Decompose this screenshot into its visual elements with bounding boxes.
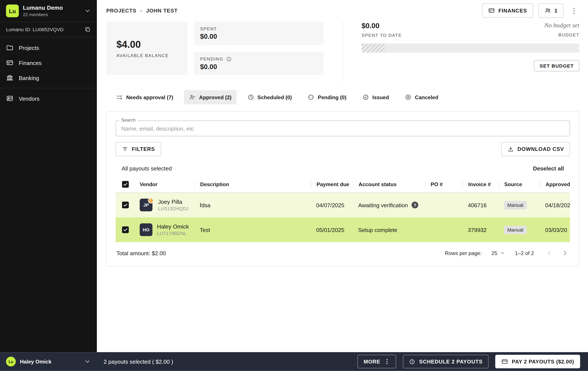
search-field-label: Search: [119, 117, 137, 123]
column-header-invoice[interactable]: Invoice #: [462, 181, 498, 187]
schedule-payouts-button[interactable]: SCHEDULE 2 PAYOUTS: [403, 355, 489, 368]
column-header-po[interactable]: PO #: [425, 181, 462, 187]
column-header-payment-due[interactable]: Payment due: [311, 181, 353, 187]
info-icon[interactable]: [226, 56, 231, 62]
lumanu-id: Lumanu ID: LU0652VQVD: [6, 27, 63, 32]
spent-card: SPENT $0.00: [194, 22, 324, 45]
chevron-left-icon: [545, 249, 553, 257]
spent-label: SPENT: [200, 26, 318, 31]
payouts-selected-text: 2 payouts selected ( $2.00 ): [104, 358, 173, 365]
column-header-approved[interactable]: Approved: [540, 181, 570, 187]
workspace-name: Lumanu Demo: [23, 5, 63, 11]
budget-progress-bar: [362, 43, 579, 52]
set-budget-button[interactable]: SET BUDGET: [534, 60, 579, 71]
table-row[interactable]: JP ! Joey Pilla LU5132HQDJ fdsa 04/07/20…: [116, 193, 570, 217]
topbar: PROJECTS › JOHN TEST FINANCES 1 ⋮: [97, 0, 588, 21]
cell-description: Test: [195, 227, 311, 233]
stats-section: $4.00 AVAILABLE BALANCE SPENT $0.00 PEND…: [97, 21, 588, 82]
cell-account-status: Setup complete: [358, 227, 397, 233]
clock-icon: [247, 94, 254, 101]
workspace-switcher[interactable]: Lu Lumanu Demo 22 members: [0, 0, 97, 22]
sidebar-nav: Projects Finances Banking Vendors: [0, 37, 97, 106]
cell-invoice: 379932: [462, 227, 498, 233]
download-csv-button[interactable]: DOWNLOAD CSV: [501, 142, 570, 156]
column-header-source[interactable]: Source: [499, 181, 540, 187]
row-checkbox[interactable]: [122, 202, 129, 208]
pending-label: PENDING: [200, 56, 223, 62]
overflow-menu-icon[interactable]: ⋮: [569, 7, 579, 14]
payout-tabs: Needs approval (7) Approved (2) Schedule…: [111, 90, 588, 104]
payouts-table: Vendor Description Payment due Account s…: [116, 176, 570, 242]
sidebar-item-label: Projects: [19, 45, 39, 51]
tab-scheduled[interactable]: Scheduled (0): [242, 90, 297, 104]
row-checkbox[interactable]: [122, 227, 129, 233]
breadcrumb-projects[interactable]: PROJECTS: [106, 8, 136, 14]
tab-needs-approval[interactable]: Needs approval (7): [111, 90, 178, 104]
lumanu-logo: Lu: [6, 5, 19, 17]
sidebar-item-label: Finances: [19, 60, 42, 66]
available-balance-card: $4.00 AVAILABLE BALANCE: [106, 22, 188, 75]
sidebar-item-banking[interactable]: Banking: [0, 70, 97, 85]
tab-label: Scheduled (0): [257, 94, 292, 100]
column-header-description[interactable]: Description: [195, 181, 311, 187]
rows-per-page-select[interactable]: 25: [491, 250, 505, 256]
people-icon: [544, 7, 551, 14]
clock-icon: [409, 358, 416, 365]
previous-page-button[interactable]: [545, 249, 553, 257]
members-button[interactable]: 1: [538, 3, 564, 18]
copy-icon[interactable]: [84, 26, 91, 33]
more-button[interactable]: MORE ⋮: [357, 355, 396, 368]
budget-status: No budget set: [544, 22, 579, 29]
sidebar-item-vendors[interactable]: Vendors: [0, 91, 97, 106]
cell-description: fdsa: [195, 202, 311, 208]
sidebar-item-finances[interactable]: Finances: [0, 55, 97, 70]
help-icon[interactable]: ?: [412, 202, 418, 208]
total-amount: Total amount: $2.00: [116, 250, 166, 256]
breadcrumb: PROJECTS › JOHN TEST: [106, 7, 178, 14]
filters-button[interactable]: FILTERS: [116, 142, 161, 156]
rows-per-page-label: Rows per page:: [445, 250, 482, 256]
cell-approved: 03/03/20: [540, 227, 570, 233]
avatar: HO: [140, 223, 152, 236]
finances-button[interactable]: FINANCES: [482, 3, 533, 18]
breadcrumb-separator-icon: ›: [140, 7, 142, 14]
tab-approved[interactable]: Approved (2): [184, 90, 236, 104]
chevron-right-icon: [561, 249, 569, 257]
schedule-payouts-label: SCHEDULE 2 PAYOUTS: [419, 359, 483, 365]
table-footer: Total amount: $2.00 Rows per page: 25 1–…: [116, 242, 570, 259]
x-circle-icon: [405, 94, 411, 101]
deselect-all-link[interactable]: Deselect all: [533, 165, 564, 172]
table-row[interactable]: HO Haley Omick LU7179BZNL Test 05/01/202…: [116, 217, 570, 242]
vendor-id: LU7179BZNL: [157, 230, 189, 236]
pagination-range: 1–2 of 2: [515, 250, 534, 256]
user-name: Haley Omick: [20, 359, 52, 365]
pending-card: PENDING $0.00: [194, 52, 324, 75]
tab-issued[interactable]: Issued: [357, 90, 394, 104]
spent-amount: $0.00: [200, 33, 318, 41]
vendor-badge-icon: [6, 95, 14, 102]
user-menu[interactable]: Lu Haley Omick: [0, 352, 97, 371]
sidebar-divider: [0, 88, 97, 88]
next-page-button[interactable]: [561, 249, 569, 257]
members-count: 1: [555, 8, 558, 14]
filter-icon: [122, 146, 128, 152]
finances-button-label: FINANCES: [498, 8, 527, 14]
card-icon: [501, 358, 508, 365]
tab-pending[interactable]: Pending (0): [303, 90, 351, 104]
spent-to-date-label: SPENT TO DATE: [362, 33, 402, 38]
budget-label: BUDGET: [544, 32, 579, 37]
person-check-icon: [189, 94, 196, 101]
source-chip: Manual: [504, 201, 527, 209]
budget-progress-hatch: [362, 43, 385, 52]
tab-canceled[interactable]: Canceled: [400, 90, 443, 104]
select-all-checkbox[interactable]: [122, 181, 129, 187]
available-balance-amount: $4.00: [116, 39, 188, 50]
sidebar-item-projects[interactable]: Projects: [0, 40, 97, 55]
app-viewport: Lu Lumanu Demo 22 members Lumanu ID: LU0…: [0, 0, 588, 371]
pay-payouts-button[interactable]: PAY 2 PAYOUTS ($2.00): [495, 355, 580, 368]
search-input[interactable]: [116, 121, 570, 136]
stats-divider: [342, 22, 343, 82]
vendor-name: Haley Omick: [157, 223, 189, 230]
column-header-vendor[interactable]: Vendor: [135, 181, 195, 187]
column-header-account-status[interactable]: Account status: [353, 181, 425, 187]
